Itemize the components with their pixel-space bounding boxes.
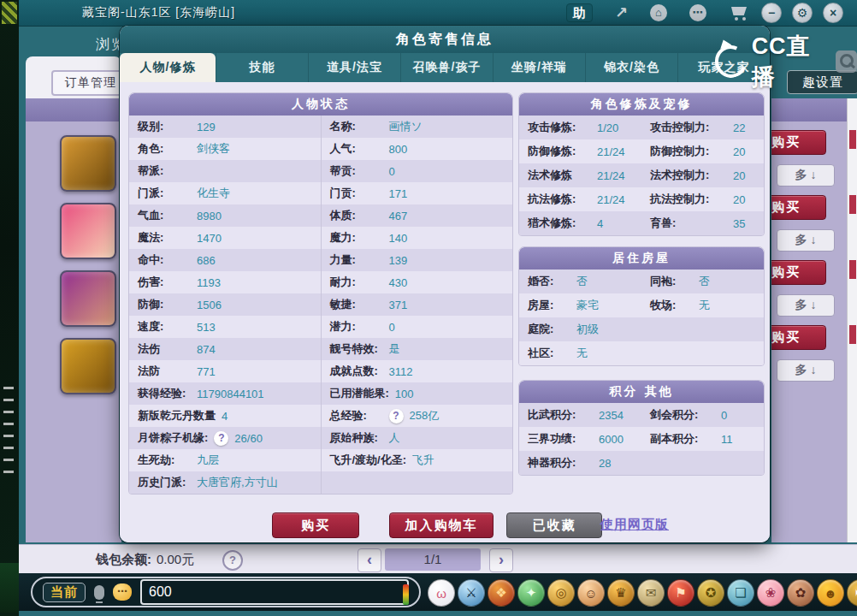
dialog-tab[interactable]: 人物/修炼 <box>120 53 216 82</box>
stat-value: 3112 <box>389 365 413 378</box>
stat-value: 人 <box>389 430 400 446</box>
table-row: 防御修炼:21/24防御控制力:20 <box>519 139 764 163</box>
minimize-icon[interactable]: − <box>761 3 782 23</box>
knot-icon[interactable]: ✿ <box>787 579 814 607</box>
favorited-button[interactable]: 已收藏 <box>506 512 602 538</box>
stat-cell: 门贡:171 <box>321 182 513 204</box>
buy-button[interactable]: 购买 <box>272 512 359 538</box>
stat-label: 伤害: <box>138 275 191 290</box>
satchel-icon[interactable]: ❖ <box>488 579 515 607</box>
avatar-gold-tiger-2[interactable] <box>60 338 116 394</box>
stat-value: 1506 <box>197 299 222 311</box>
stat-value: 无 <box>576 346 588 361</box>
background-buy-button[interactable]: 购买 <box>771 325 826 350</box>
coins-icon[interactable]: ◎ <box>547 579 575 607</box>
stat-cell: 剑会积分:0 <box>641 403 764 427</box>
next-page-button[interactable]: › <box>489 548 513 572</box>
stat-label: 魔法: <box>138 230 191 246</box>
table-row: 月饼粽子机缘:?26/60原始种族:人 <box>129 427 512 449</box>
dialog-tab[interactable]: 技能 <box>216 53 308 82</box>
current-channel-button[interactable]: 当前 <box>43 583 86 602</box>
web-version-link[interactable]: 使用网页版 <box>600 517 669 533</box>
background-buy-button[interactable]: 购买 <box>771 260 826 285</box>
stat-value: 4 <box>222 410 228 423</box>
panel-title: 积分 其他 <box>519 381 764 403</box>
stat-value: 21/24 <box>597 169 625 182</box>
stat-cell: 社区:无 <box>519 341 641 365</box>
dialog-tab[interactable]: 召唤兽/孩子 <box>400 53 493 82</box>
stat-label: 抗法控制力: <box>650 192 727 207</box>
red-pouch-icon[interactable]: ⚑ <box>667 579 694 607</box>
game-edge-grass <box>0 563 19 613</box>
scroll-icon[interactable]: ✉ <box>637 579 665 607</box>
add-to-cart-button[interactable]: 加入购物车 <box>389 512 494 538</box>
table-row: 法伤874靓号特效:是 <box>129 338 512 360</box>
background-buy-button[interactable]: 购买 <box>771 195 826 220</box>
help-button[interactable]: 助 <box>566 3 593 22</box>
stat-value: 无 <box>699 298 710 313</box>
stat-cell <box>641 451 764 475</box>
avatar-gold-tiger[interactable] <box>60 135 116 192</box>
dialog-tab[interactable]: 锦衣/染色 <box>585 53 677 82</box>
prev-page-button[interactable]: ‹ <box>358 548 381 572</box>
stat-label: 牧场: <box>650 298 693 313</box>
microphone-icon[interactable] <box>94 585 104 600</box>
tiger-head-icon[interactable]: ♛ <box>607 579 635 607</box>
avatar-red-haired-girl[interactable] <box>60 203 116 259</box>
gem-hand-icon[interactable]: ✦ <box>517 579 545 607</box>
chat-bubble-icon[interactable]: ⋯ <box>113 583 132 601</box>
window-controls: −⚙× <box>761 3 843 23</box>
child-icon[interactable]: ☺ <box>577 579 605 607</box>
stat-label: 新版乾元丹数量 <box>138 408 216 424</box>
help-icon[interactable]: ? <box>214 431 228 446</box>
scrollbar[interactable] <box>847 98 857 542</box>
background-buy-button[interactable]: 购买 <box>771 130 826 155</box>
character-status-panel: 人物状态 级别:129名称:画情ソ角色:剑侠客人气:800帮派:帮贡:0门派:化… <box>128 92 513 495</box>
stat-value: 686 <box>197 254 216 267</box>
table-row: 气血:8980体质:467 <box>129 204 512 227</box>
stat-cell: 门派:化生寺 <box>129 182 321 204</box>
avatar-purple-haired-boy[interactable] <box>60 270 116 327</box>
stat-value: 26/60 <box>234 432 263 445</box>
blue-map-icon[interactable]: ❏ <box>727 579 754 607</box>
order-manage-button[interactable]: 订单管理 <box>51 70 130 96</box>
stat-cell: 育兽:35 <box>641 211 764 235</box>
share-icon[interactable]: ↗ <box>615 4 628 21</box>
background-more-button[interactable]: 多 ↓ <box>777 229 835 252</box>
background-more-button[interactable]: 多 ↓ <box>777 359 835 382</box>
help-icon[interactable]: ? <box>389 409 404 424</box>
background-more-button[interactable]: 多 ↓ <box>777 294 835 317</box>
peach-icon[interactable]: ❀ <box>757 579 784 607</box>
table-row: 房屋:豪宅牧场:无 <box>519 293 764 317</box>
settings-icon[interactable]: ⚙ <box>792 3 813 23</box>
chat-icon[interactable]: ⋯ <box>689 4 706 21</box>
cat-icon[interactable]: ω <box>428 579 455 607</box>
dialog-tab[interactable]: 道具/法宝 <box>308 53 400 82</box>
table-row: 防御:1506敏捷:371 <box>129 293 512 316</box>
close-icon[interactable]: × <box>823 3 843 23</box>
sword-icon[interactable]: ⚔ <box>458 579 485 607</box>
smiley-icon[interactable]: ☻ <box>817 579 844 607</box>
stat-label: 同袍: <box>650 274 693 289</box>
background-more-button[interactable]: 多 ↓ <box>777 164 835 187</box>
stat-cell: 气血:8980 <box>129 204 321 227</box>
stat-cell: 法防771 <box>129 360 321 382</box>
panel-title: 居住房屋 <box>519 247 764 270</box>
search-icon[interactable] <box>836 50 857 73</box>
help-icon[interactable]: ? <box>222 550 243 571</box>
score-panel: 积分 其他 比武积分:2354剑会积分:0三界功绩:6000副本积分:11神器积… <box>518 380 765 476</box>
stat-cell: 级别:129 <box>129 116 321 138</box>
game-icon-tray: ω⚔❖✦◎☺♛✉⚑✪❏❀✿☻✠▤ <box>428 579 857 607</box>
table-row: 魔法:1470魔力:140 <box>129 227 512 249</box>
golden-wheel-icon[interactable]: ✪ <box>697 579 724 607</box>
stat-cell: 敏捷:371 <box>321 293 513 316</box>
stat-cell: 角色:剑侠客 <box>129 138 321 160</box>
shield-icon[interactable]: ✠ <box>847 579 857 607</box>
stat-label: 速度: <box>138 319 191 335</box>
home-icon[interactable]: ⌂ <box>650 4 667 21</box>
table-row: 法术修炼21/24法术控制力:20 <box>519 163 764 187</box>
stat-value: 否 <box>576 274 588 289</box>
chat-input[interactable] <box>140 579 409 605</box>
dialog-tab[interactable]: 坐骑/祥瑞 <box>493 53 585 82</box>
cart-icon[interactable] <box>729 5 749 21</box>
